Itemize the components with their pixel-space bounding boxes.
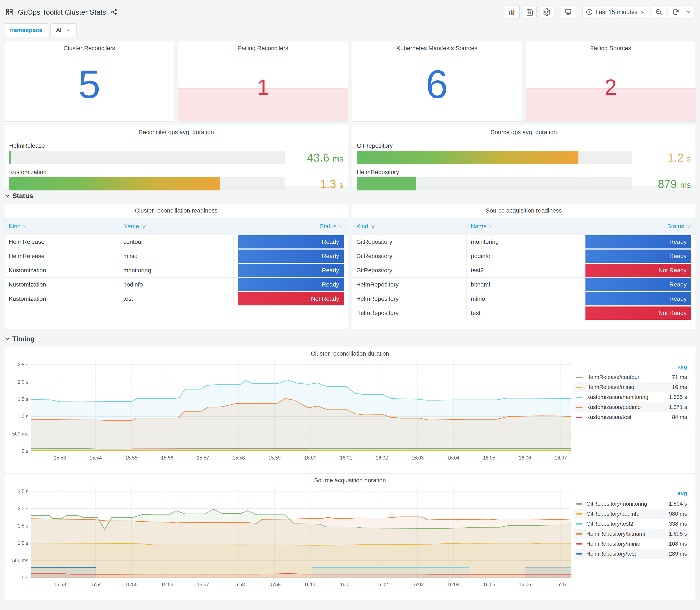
legend-series-name: GitRepository/podinfo — [586, 511, 669, 517]
x-axis-tick: 16:07 — [555, 455, 567, 461]
bar-gauge-value: 1.2 s — [638, 151, 691, 164]
bar-gauge-row: HelmRepository879 ms — [357, 169, 691, 190]
status-badge: Ready — [238, 235, 344, 248]
bar-gauge-row: GitRepository1.2 s — [357, 142, 691, 164]
share-icon[interactable] — [111, 9, 118, 16]
x-axis-tick: 16:00 — [304, 455, 316, 461]
x-axis-tick: 15:59 — [268, 455, 281, 461]
legend-item[interactable]: HelmRelease/minio16 ms — [573, 382, 689, 392]
legend-swatch — [576, 543, 583, 545]
cell-kind: HelmRepository — [352, 292, 467, 306]
cell-kind: GitRepository — [352, 249, 467, 263]
page-title: GitOps Toolkit Cluster Stats — [18, 8, 106, 16]
legend-item[interactable]: HelmRepository/minio108 ms — [573, 539, 689, 549]
chart-legend: avgHelmRelease/contour71 msHelmRelease/m… — [573, 357, 696, 463]
bar-gauge-fill — [9, 151, 11, 164]
cell-kind: Kustomization — [4, 263, 119, 277]
table-row: HelmRepositorybitnamiReady — [352, 277, 696, 292]
namespace-variable-label: namespace — [4, 23, 48, 37]
chart-plot-area[interactable]: 15:5315:5415:5515:5615:5715:5815:5916:00… — [4, 484, 573, 590]
save-dashboard-button[interactable] — [523, 5, 537, 19]
legend-item[interactable]: Kustomization/test84 ms — [573, 412, 689, 422]
dashboard-settings-button[interactable] — [540, 5, 554, 19]
dashboards-grid-icon[interactable] — [5, 8, 13, 16]
namespace-variable-select[interactable]: All — [50, 23, 77, 37]
legend-avg-header[interactable]: avg — [573, 363, 689, 372]
filter-funnel-icon[interactable] — [489, 224, 494, 229]
bar-gauge-fill — [357, 177, 416, 190]
zoom-out-button[interactable] — [652, 5, 666, 19]
chevron-down-icon — [66, 28, 71, 33]
bar-gauge-label: HelmRepository — [357, 169, 691, 176]
legend-item[interactable]: HelmRelease/contour71 ms — [573, 372, 689, 382]
legend-series-name: GitRepository/monitoring — [586, 500, 669, 507]
x-axis-tick: 15:54 — [89, 582, 102, 587]
filter-funnel-icon[interactable] — [686, 224, 691, 229]
legend-avg-header[interactable]: avg — [573, 489, 689, 499]
filter-funnel-icon[interactable] — [339, 224, 344, 229]
bar-gauge-title: Reconciler ops avg. duration — [9, 125, 344, 135]
refresh-button[interactable] — [669, 5, 683, 19]
status-badge: Ready — [585, 235, 691, 248]
y-axis-tick: 2.0 s — [18, 506, 28, 511]
stat-value: 1 — [178, 75, 348, 100]
legend-item[interactable]: HelmRepository/test289 ms — [573, 549, 689, 559]
filter-funnel-icon[interactable] — [23, 224, 28, 229]
x-axis-tick: 15:53 — [54, 455, 66, 461]
column-header-kind[interactable]: Kind — [4, 218, 119, 235]
x-axis-tick: 16:05 — [483, 582, 495, 587]
filter-funnel-icon[interactable] — [141, 224, 146, 229]
column-header-kind[interactable]: Kind — [352, 218, 467, 235]
stat-panel-title: Failing Reconcilers — [178, 42, 348, 52]
x-axis-tick: 15:54 — [89, 455, 102, 461]
legend-series-name: HelmRelease/contour — [586, 374, 672, 381]
chart-title: Source acquisition duration — [4, 473, 696, 484]
status-badge: Ready — [585, 250, 691, 263]
variables-row: namespace All — [4, 23, 696, 37]
time-range-label: Last 15 minutes — [596, 9, 637, 16]
legend-avg-value: 289 ms — [669, 550, 687, 557]
legend-series-name: HelmRepository/bitnami — [586, 530, 669, 537]
x-axis-tick: 15:55 — [125, 455, 138, 461]
legend-swatch — [576, 387, 583, 388]
column-header-status[interactable]: Status — [581, 218, 696, 235]
save-dashboard-icon — [526, 8, 533, 16]
x-axis-tick: 16:06 — [519, 455, 531, 461]
table-row: HelmRepositorytestNot Ready — [352, 306, 696, 320]
legend-swatch — [576, 417, 583, 418]
chart-plot-area[interactable]: 15:5315:5415:5515:5615:5715:5815:5916:00… — [4, 357, 573, 463]
x-axis-tick: 15:58 — [233, 455, 245, 461]
x-axis-tick: 16:04 — [447, 582, 460, 587]
cycle-view-button[interactable] — [561, 5, 575, 19]
legend-item[interactable]: Kustomization/podinfo1.071 s — [573, 402, 689, 412]
column-header-name[interactable]: Name — [119, 218, 233, 235]
refresh-interval-dropdown[interactable] — [683, 5, 695, 19]
readiness-table-panel: Cluster reconciliation readinessKindName… — [4, 204, 348, 330]
add-panel-button[interactable] — [505, 5, 520, 19]
legend-item[interactable]: HelmRepository/bitnami1.695 s — [573, 529, 689, 539]
x-axis-tick: 16:00 — [304, 582, 316, 587]
readiness-table: KindNameStatusHelmReleasecontourReadyHel… — [4, 218, 348, 306]
column-header-status[interactable]: Status — [233, 218, 348, 235]
column-header-name[interactable]: Name — [467, 218, 581, 235]
cell-status: Not Ready — [233, 292, 348, 306]
status-badge: Ready — [238, 264, 344, 277]
section-timing[interactable]: Timing — [5, 335, 696, 343]
filter-funnel-icon[interactable] — [370, 224, 375, 229]
section-status[interactable]: Status — [5, 192, 696, 200]
status-badge: Ready — [238, 278, 344, 291]
cell-status: Ready — [581, 249, 696, 263]
time-range-picker[interactable]: Last 15 minutes — [583, 5, 649, 19]
legend-item[interactable]: GitRepository/test2338 ms — [573, 519, 689, 529]
y-axis-tick: 0 s — [22, 575, 28, 580]
legend-item[interactable]: GitRepository/monitoring1.594 s — [573, 499, 689, 509]
cell-status: Ready — [233, 249, 348, 263]
legend-item[interactable]: GitRepository/podinfo980 ms — [573, 509, 689, 519]
x-axis-tick: 16:03 — [411, 582, 424, 587]
table-header-row: KindNameStatus — [352, 218, 696, 235]
bar-gauge-row: Kustomization1.3 s — [9, 169, 343, 190]
readiness-table: KindNameStatusGitRepositorymonitoringRea… — [352, 218, 696, 320]
cell-status: Ready — [581, 277, 696, 292]
legend-item[interactable]: Kustomization/monitoring1.605 s — [573, 392, 689, 402]
gauges-row: Reconciler ops avg. durationHelmRelease4… — [4, 125, 696, 187]
